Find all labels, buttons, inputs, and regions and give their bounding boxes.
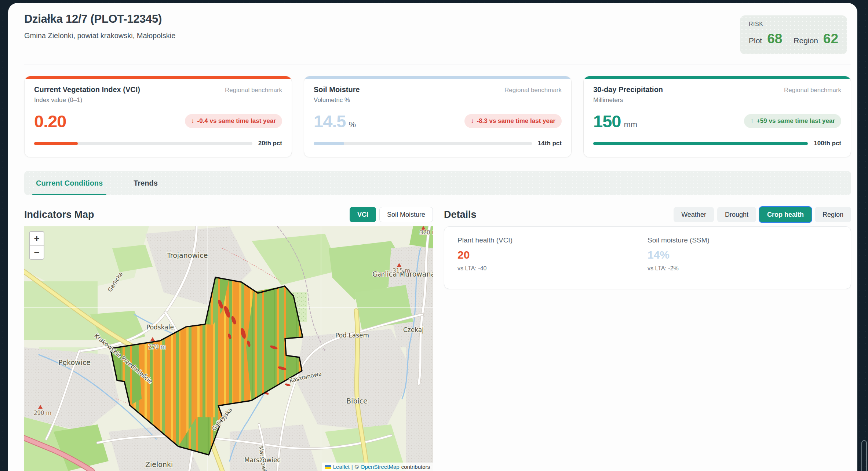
details-tab-drought[interactable]: Drought xyxy=(717,207,756,222)
risk-plot-value: 68 xyxy=(767,31,782,47)
map-label: Podskale xyxy=(146,324,174,331)
indicators-map[interactable]: Trojanowice Garlica Murowana Garlicka Po… xyxy=(24,226,433,471)
delta-badge: ↑ +59 vs same time last year xyxy=(744,114,841,128)
tab-trends[interactable]: Trends xyxy=(125,171,166,195)
map-layer-toggle-vci[interactable]: VCI xyxy=(350,207,376,222)
detail-metric-label: Soil moisture (SSM) xyxy=(648,236,838,244)
indicators-map-title: Indicators Map xyxy=(24,209,94,220)
details-card: Plant health (VCI) 20 vs LTA: -40 Soil m… xyxy=(444,226,851,289)
details-tab-crop-health[interactable]: Crop health xyxy=(759,207,812,222)
tab-current-conditions[interactable]: Current Conditions xyxy=(28,171,111,195)
metric-card-vci: Current Vegetation Index (VCI) Regional … xyxy=(24,76,292,157)
zoom-out-button[interactable]: − xyxy=(30,245,44,259)
app-window: Działka 12/7 (PLOT-12345) Gmina Zielonki… xyxy=(0,0,868,471)
map-label: Czekaj xyxy=(403,326,424,333)
map-label: Pękowice xyxy=(58,358,91,366)
attribution-suffix: contributors xyxy=(401,464,430,470)
tab-bar: Current Conditions Trends xyxy=(24,171,851,195)
map-elevation-label: 279 m xyxy=(148,344,166,350)
zoom-in-button[interactable]: + xyxy=(30,232,44,245)
metric-card-subtitle: Millimeters xyxy=(593,96,841,104)
metric-value: 14.5% xyxy=(314,111,356,131)
risk-plot-label: Plot xyxy=(749,36,762,45)
map-elevation-label: 320 m xyxy=(420,229,433,236)
leaflet-link[interactable]: Leaflet xyxy=(333,464,350,470)
details-tab-region[interactable]: Region xyxy=(815,207,851,222)
arrow-up-icon: ↑ xyxy=(750,117,754,125)
delta-text: -0.4 vs same time last year xyxy=(197,117,276,125)
detail-metric-value: 20 xyxy=(457,249,648,261)
page-subtitle: Gmina Zielonki, powiat krakowski, Małopo… xyxy=(24,32,175,40)
header-divider xyxy=(24,65,851,65)
percentile-bar xyxy=(593,142,808,145)
detail-metric-sub: vs LTA: -2% xyxy=(648,265,838,272)
card-accent-bar xyxy=(584,76,851,79)
risk-label: RISK xyxy=(749,21,838,28)
metric-cards-row: Current Vegetation Index (VCI) Regional … xyxy=(24,76,851,157)
benchmark-label: Regional benchmark xyxy=(784,87,841,94)
delta-badge: ↓ -8.3 vs same time last year xyxy=(464,114,562,128)
metric-card-subtitle: Index value (0–1) xyxy=(34,96,282,104)
page-title: Działka 12/7 (PLOT-12345) xyxy=(24,12,162,26)
percentile-label: 20th pct xyxy=(258,140,282,147)
map-elevation-label: 315 m xyxy=(393,267,410,274)
ukraine-flag-icon xyxy=(325,465,331,469)
details-title: Details xyxy=(444,209,477,220)
benchmark-label: Regional benchmark xyxy=(225,87,282,94)
percentile-label: 14th pct xyxy=(538,140,562,147)
delta-text: -8.3 vs same time last year xyxy=(477,117,555,125)
delta-text: +59 vs same time last year xyxy=(756,117,835,125)
detail-metric-label: Plant health (VCI) xyxy=(457,236,648,244)
card-accent-bar xyxy=(304,76,571,79)
details-tab-weather[interactable]: Weather xyxy=(674,207,714,222)
map-zoom-control: + − xyxy=(29,231,44,260)
metric-value: 0.20 xyxy=(34,111,69,131)
page-scrollbar-thumb[interactable] xyxy=(861,440,867,471)
metric-value: 150mm xyxy=(593,111,637,131)
delta-badge: ↓ -0.4 vs same time last year xyxy=(185,114,282,128)
risk-region-value: 62 xyxy=(823,31,838,47)
map-label: Bibice xyxy=(346,397,368,405)
map-attribution: Leaflet | © OpenStreetMap contributors xyxy=(322,463,433,471)
metric-card-soil-moisture: Soil Moisture Regional benchmark Volumet… xyxy=(304,76,572,157)
benchmark-label: Regional benchmark xyxy=(504,87,562,94)
map-label: Trojanowice xyxy=(167,251,208,259)
map-layer-toggle-soil-moisture[interactable]: Soil Moisture xyxy=(379,207,433,222)
metric-card-precipitation: 30-day Precipitation Regional benchmark … xyxy=(583,76,851,157)
map-label: Pod Lasem xyxy=(335,332,369,339)
openstreetmap-link[interactable]: OpenStreetMap xyxy=(361,464,400,470)
risk-panel: RISK Plot 68 Region 62 xyxy=(740,15,847,54)
metric-card-subtitle: Volumetric % xyxy=(314,96,562,104)
metric-card-title: 30-day Precipitation xyxy=(593,85,663,94)
detail-metric-sub: vs LTA: -40 xyxy=(457,265,648,272)
map-label: Zielonki xyxy=(145,460,173,468)
arrow-down-icon: ↓ xyxy=(471,117,474,125)
detail-metric-value: 14% xyxy=(648,249,838,261)
arrow-down-icon: ↓ xyxy=(191,117,194,125)
metric-card-title: Current Vegetation Index (VCI) xyxy=(34,85,140,94)
map-label: Marszowiec xyxy=(244,456,281,464)
map-elevation-label: 290 m xyxy=(34,410,51,416)
active-tab-underline xyxy=(32,194,106,195)
percentile-label: 100th pct xyxy=(814,140,841,147)
main-panel: Działka 12/7 (PLOT-12345) Gmina Zielonki… xyxy=(8,3,857,471)
attribution-copyright: © xyxy=(355,464,359,470)
map-canvas: Trojanowice Garlica Murowana Garlicka Po… xyxy=(24,226,433,471)
metric-card-title: Soil Moisture xyxy=(314,85,360,94)
card-accent-bar xyxy=(25,76,292,79)
percentile-bar xyxy=(314,142,532,145)
risk-region-label: Region xyxy=(794,36,818,45)
attribution-separator: | xyxy=(351,464,353,470)
percentile-bar xyxy=(34,142,252,145)
